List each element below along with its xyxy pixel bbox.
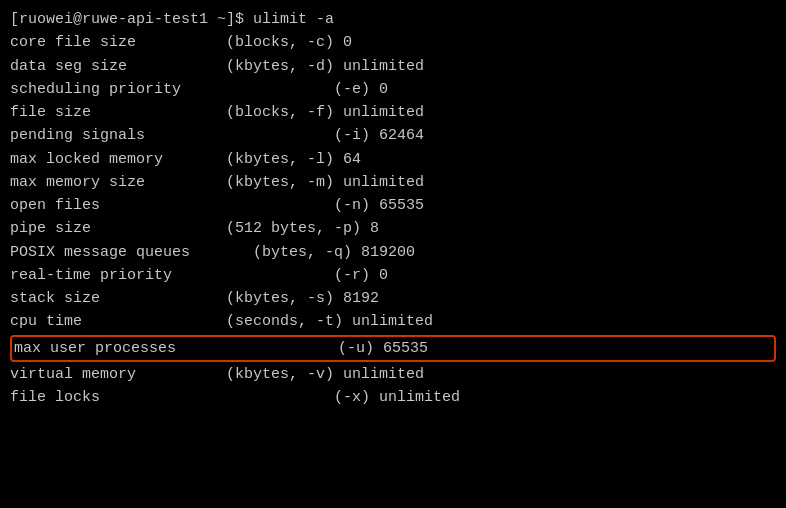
row-value: 64 xyxy=(343,148,361,171)
terminal-row: pending signals (-i) 62464 xyxy=(10,124,776,147)
row-value: 65535 xyxy=(383,337,428,360)
row-label: scheduling priority xyxy=(10,78,226,101)
terminal: [ruowei@ruwe-api-test1 ~]$ ulimit -a cor… xyxy=(10,8,776,500)
row-value: unlimited xyxy=(343,171,424,194)
prompt-text: [ruowei@ruwe-api-test1 ~]$ ulimit -a xyxy=(10,8,334,31)
row-label: core file size xyxy=(10,31,226,54)
row-value: 62464 xyxy=(379,124,424,147)
row-label: file locks xyxy=(10,386,226,409)
terminal-row: real-time priority (-r) 0 xyxy=(10,264,776,287)
row-label: virtual memory xyxy=(10,363,226,386)
row-value: 8192 xyxy=(343,287,379,310)
row-label: max memory size xyxy=(10,171,226,194)
row-unit: (kbytes, -s) xyxy=(226,287,343,310)
row-unit: (-i) xyxy=(226,124,379,147)
row-unit: (kbytes, -d) xyxy=(226,55,343,78)
row-value: 0 xyxy=(379,78,388,101)
row-label: file size xyxy=(10,101,226,124)
row-label: pipe size xyxy=(10,217,226,240)
terminal-row: POSIX message queues (bytes, -q) 819200 xyxy=(10,241,776,264)
terminal-row: pipe size (512 bytes, -p) 8 xyxy=(10,217,776,240)
row-label: open files xyxy=(10,194,226,217)
row-label: max locked memory xyxy=(10,148,226,171)
terminal-row: virtual memory (kbytes, -v) unlimited xyxy=(10,363,776,386)
row-unit: (-u) xyxy=(230,337,383,360)
row-unit: (kbytes, -l) xyxy=(226,148,343,171)
terminal-row: max locked memory (kbytes, -l) 64 xyxy=(10,148,776,171)
terminal-row: stack size (kbytes, -s) 8192 xyxy=(10,287,776,310)
row-unit: (bytes, -q) xyxy=(226,241,361,264)
prompt-line: [ruowei@ruwe-api-test1 ~]$ ulimit -a xyxy=(10,8,776,31)
row-unit: (kbytes, -v) xyxy=(226,363,343,386)
row-unit: (-r) xyxy=(226,264,379,287)
row-value: unlimited xyxy=(343,101,424,124)
terminal-row: max memory size (kbytes, -m) unlimited xyxy=(10,171,776,194)
terminal-row: cpu time (seconds, -t) unlimited xyxy=(10,310,776,333)
row-unit: (-n) xyxy=(226,194,379,217)
row-value: unlimited xyxy=(379,386,460,409)
row-value: 8 xyxy=(370,217,379,240)
row-unit: (512 bytes, -p) xyxy=(226,217,370,240)
row-label: real-time priority xyxy=(10,264,226,287)
row-label: cpu time xyxy=(10,310,226,333)
row-value: 65535 xyxy=(379,194,424,217)
row-unit: (-x) xyxy=(226,386,379,409)
row-value: unlimited xyxy=(343,363,424,386)
row-value: unlimited xyxy=(352,310,433,333)
row-label: max user processes xyxy=(14,337,230,360)
terminal-row: core file size (blocks, -c) 0 xyxy=(10,31,776,54)
row-label: data seg size xyxy=(10,55,226,78)
row-value: 0 xyxy=(379,264,388,287)
row-unit: (-e) xyxy=(226,78,379,101)
row-unit: (kbytes, -m) xyxy=(226,171,343,194)
row-unit: (blocks, -c) xyxy=(226,31,343,54)
terminal-row: data seg size (kbytes, -d) unlimited xyxy=(10,55,776,78)
highlighted-row: max user processes (-u) 65535 xyxy=(10,335,776,362)
terminal-row: open files (-n) 65535 xyxy=(10,194,776,217)
row-value: 0 xyxy=(343,31,352,54)
row-label: POSIX message queues xyxy=(10,241,226,264)
row-unit: (blocks, -f) xyxy=(226,101,343,124)
row-value: unlimited xyxy=(343,55,424,78)
terminal-row: file size (blocks, -f) unlimited xyxy=(10,101,776,124)
row-label: pending signals xyxy=(10,124,226,147)
row-unit: (seconds, -t) xyxy=(226,310,352,333)
row-label: stack size xyxy=(10,287,226,310)
terminal-row: file locks (-x) unlimited xyxy=(10,386,776,409)
terminal-row: scheduling priority (-e) 0 xyxy=(10,78,776,101)
row-value: 819200 xyxy=(361,241,415,264)
